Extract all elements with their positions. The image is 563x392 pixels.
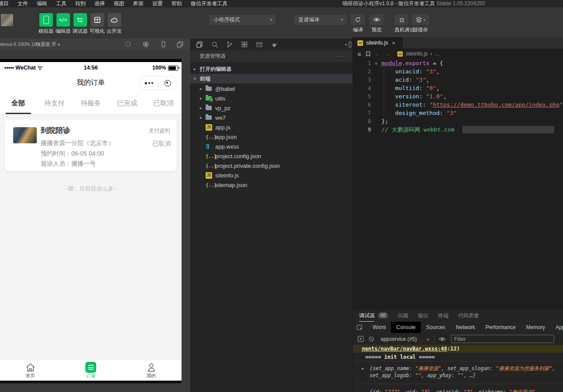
bookmark-icon[interactable] — [366, 51, 371, 57]
device-select[interactable]: Nexus 6 100% 16 ▾ — [0, 38, 40, 51]
compile-button[interactable]: 编译 — [351, 14, 365, 33]
simulator-button[interactable]: 模拟器 — [37, 13, 55, 35]
tree-item[interactable]: ▸ utils — [190, 94, 353, 103]
context-select[interactable]: appservice (#5) ▼ — [381, 336, 430, 342]
devtools-tab[interactable]: Performance — [480, 322, 521, 333]
record-icon[interactable] — [143, 41, 149, 48]
phone-frame-icon[interactable] — [160, 41, 167, 48]
cloud-dev-button[interactable]: 云开发 — [105, 13, 123, 35]
menu-item[interactable]: 帮助 — [167, 0, 186, 7]
tab-code-quality[interactable]: 代码质量 — [458, 312, 479, 319]
file-type-icon: JS — [206, 172, 215, 179]
tree-item[interactable]: ▸ @babel — [190, 84, 353, 94]
tab-terminal[interactable]: 终端 — [438, 312, 448, 319]
editor-button[interactable]: </> 编辑器 — [54, 13, 72, 35]
tree-item[interactable]: JS siteinfo.js — [190, 170, 353, 180]
order-tab[interactable]: 全部 — [0, 93, 36, 114]
tab-debugger[interactable]: 调试器 50 — [359, 312, 388, 319]
menu-item[interactable]: 微信开发者工具 — [186, 0, 232, 7]
order-status-timeout: 支付超时 — [149, 127, 171, 135]
devtools-tab[interactable]: Network — [451, 322, 480, 333]
debugger-button[interactable]: 调试器 — [71, 13, 89, 35]
expand-arrow-icon[interactable]: ▶ — [362, 365, 364, 372]
devtools-tab[interactable]: Sources — [421, 322, 451, 333]
source-control-icon[interactable] — [226, 41, 233, 48]
collapse-sidebar-icon[interactable] — [345, 41, 352, 48]
fold-chevron-icon[interactable]: ∨ — [371, 61, 381, 66]
tree-item[interactable]: JS app.js — [190, 122, 353, 132]
divider — [434, 336, 434, 343]
order-card[interactable]: 到院陪诊 支付超时 播播资源一分院（北京市） 已取消 预约时间：06-05 04… — [5, 120, 177, 171]
log-count-badge: 50 — [378, 312, 388, 319]
line-number: 2 — [353, 69, 371, 75]
menu-item[interactable]: 设置 — [148, 0, 167, 7]
window-preview-icon[interactable] — [256, 41, 263, 48]
menu-item[interactable]: 文件 — [13, 0, 32, 7]
mode-select[interactable]: 小程序模式 ▾ — [209, 15, 276, 25]
preview-button[interactable]: 预览 — [370, 14, 384, 33]
tabbar-home[interactable]: 首页 — [0, 360, 60, 381]
more-actions-icon[interactable]: ··· — [335, 50, 343, 62]
tree-item[interactable]: ▸ we7 — [190, 113, 353, 122]
order-tab[interactable]: 待支付 — [36, 93, 73, 114]
windows-icon[interactable] — [177, 41, 183, 48]
exit-target-icon[interactable] — [159, 80, 178, 87]
order-tab[interactable]: 已取消 — [145, 93, 182, 114]
tabbar-mine[interactable]: 我的 — [121, 360, 182, 381]
tree-item[interactable]: {..} app.json — [190, 132, 353, 142]
editor-tab-siteinfo[interactable]: JS siteinfo.js × — [353, 37, 403, 49]
outline-icon[interactable]: ≡ — [357, 50, 361, 58]
menu-item[interactable]: 转到 — [71, 0, 90, 7]
devtools-tab[interactable]: Console — [391, 322, 421, 333]
breadcrumb[interactable]: JS siteinfo.js › … — [397, 51, 440, 57]
menu-item[interactable]: 编辑 — [32, 0, 52, 7]
filter-input[interactable] — [451, 335, 554, 343]
tree-item[interactable]: {..} sitemap.json — [190, 180, 353, 190]
watch-eye-icon[interactable] — [439, 336, 446, 342]
code-line: 3 acid: "3", — [353, 76, 563, 84]
window-title-project: 嘀嗒陪诊小程序v1.0.8 - 微信开发者工具 — [343, 0, 435, 7]
resume-icon[interactable] — [357, 336, 364, 342]
open-editors-section[interactable]: ▸ 打开的编辑器 — [190, 64, 353, 74]
search-icon[interactable] — [211, 41, 218, 48]
project-root-section[interactable]: ▾ 前端 — [190, 74, 353, 83]
visualization-button[interactable]: 可视化 — [88, 13, 106, 35]
menu-item[interactable]: 界面 — [129, 0, 148, 7]
tree-item[interactable]: {..} project.config.json — [190, 151, 353, 161]
forward-icon[interactable]: → — [385, 51, 391, 57]
menu-item[interactable]: 工具 — [52, 0, 71, 7]
files-icon[interactable] — [196, 41, 203, 48]
line-number: 1 — [353, 60, 371, 66]
more-dots-icon[interactable] — [140, 82, 158, 84]
tree-item[interactable]: ▸ vp_pz — [190, 103, 353, 113]
devtools-tab[interactable]: Application — [550, 322, 563, 333]
compile-mode-select[interactable]: 普通编译 ▾ — [294, 15, 346, 25]
file-tree: ▸ @babel ▸ utils ▸ vp_pz ▸ — [190, 84, 353, 190]
order-tab[interactable]: 已完成 — [109, 93, 145, 114]
menu-item[interactable]: 视图 — [109, 0, 129, 7]
rotate-icon[interactable] — [125, 41, 131, 48]
teapot-icon[interactable] — [271, 41, 278, 48]
hot-reload-toggle[interactable]: 热重载 开 ▾ — [36, 38, 60, 51]
extensions-icon[interactable] — [241, 41, 248, 48]
devtools-tab[interactable]: Memory — [521, 322, 550, 333]
capsule-menu[interactable] — [139, 76, 178, 90]
menu-item[interactable]: 项目 — [0, 0, 13, 7]
code-area[interactable]: 1 ∨ module.exports = { 2 uniacid: "3", 3… — [353, 59, 563, 134]
project-avatar[interactable] — [1, 14, 13, 26]
clear-console-icon[interactable] — [368, 336, 374, 342]
sliders-icon — [73, 13, 87, 27]
menu-item[interactable]: 选择 — [90, 0, 109, 7]
tab-problems[interactable]: 问题 — [398, 312, 408, 319]
clear-cache-button[interactable]: ▾ 清缓存 — [412, 14, 429, 33]
devtools-tab[interactable]: Wxml — [367, 322, 391, 333]
device-debug-button[interactable]: 真机调试 — [395, 14, 409, 33]
tab-output[interactable]: 输出 — [418, 312, 428, 319]
inspect-element-icon[interactable] — [357, 324, 363, 331]
back-icon[interactable]: ← — [375, 51, 381, 57]
tree-item[interactable]: Ǝ app.wxss — [190, 142, 353, 151]
order-tab[interactable]: 待服务 — [73, 93, 109, 114]
tabbar-orders[interactable]: 订单 — [60, 360, 121, 381]
close-icon[interactable]: × — [392, 40, 395, 46]
tree-item[interactable]: {..} project.private.config.json — [190, 161, 353, 170]
